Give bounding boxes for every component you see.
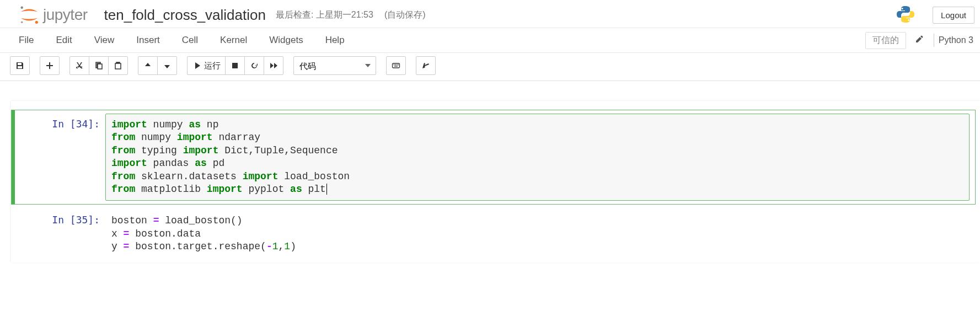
menu-help[interactable]: Help bbox=[314, 30, 356, 50]
run-label: 运行 bbox=[204, 61, 221, 71]
run-cell-button[interactable]: 运行 bbox=[187, 56, 226, 75]
restart-kernel-button[interactable] bbox=[244, 56, 264, 75]
toggle-toolbar-button[interactable] bbox=[416, 56, 436, 75]
code-cell[interactable]: In [34]: import numpy as np from numpy i… bbox=[11, 110, 976, 205]
menu-kernel[interactable]: Kernel bbox=[209, 30, 258, 50]
move-cell-up-button[interactable] bbox=[138, 56, 158, 75]
python-icon bbox=[896, 5, 915, 25]
menubar: File Edit View Insert Cell Kernel Widget… bbox=[0, 28, 980, 53]
code-input-area[interactable]: import numpy as np from numpy import nda… bbox=[105, 114, 970, 201]
menu-widgets[interactable]: Widgets bbox=[258, 30, 314, 50]
svg-point-1 bbox=[35, 21, 38, 24]
notebook-name[interactable]: ten_fold_cross_validation bbox=[104, 7, 266, 24]
input-prompt: In [34]: bbox=[12, 114, 105, 201]
menu-view[interactable]: View bbox=[83, 30, 126, 50]
svg-rect-5 bbox=[232, 63, 238, 68]
autosave-status: (自动保存) bbox=[384, 9, 426, 21]
logout-button[interactable]: Logout bbox=[933, 7, 974, 24]
jupyter-icon bbox=[19, 4, 40, 25]
svg-rect-11 bbox=[394, 66, 398, 67]
cell-type-select[interactable]: 代码 bbox=[293, 56, 376, 75]
code-cell[interactable]: In [35]: boston = load_boston() x = bost… bbox=[11, 206, 976, 262]
svg-point-3 bbox=[902, 8, 903, 9]
move-cell-down-button[interactable] bbox=[157, 56, 177, 75]
toolbar: 运行 代码 bbox=[0, 53, 980, 81]
code-content[interactable]: import numpy as np from numpy import nda… bbox=[111, 119, 963, 196]
svg-rect-10 bbox=[398, 65, 399, 65]
separator bbox=[934, 34, 934, 47]
svg-point-0 bbox=[20, 6, 23, 9]
notebook-container: In [34]: import numpy as np from numpy i… bbox=[0, 81, 980, 262]
code-content[interactable]: boston = load_boston() x = boston.data y… bbox=[111, 215, 963, 253]
interrupt-kernel-button[interactable] bbox=[225, 56, 245, 75]
jupyter-logo[interactable]: jupyter bbox=[19, 4, 88, 25]
svg-rect-6 bbox=[393, 63, 400, 68]
save-button[interactable] bbox=[10, 56, 30, 75]
svg-rect-8 bbox=[395, 65, 396, 65]
paste-cell-button[interactable] bbox=[108, 56, 128, 75]
menu-cell[interactable]: Cell bbox=[171, 30, 209, 50]
header: jupyter ten_fold_cross_validation 最后检查: … bbox=[0, 0, 980, 28]
trusted-indicator[interactable]: 可信的 bbox=[865, 32, 906, 49]
edit-metadata-button[interactable] bbox=[909, 31, 929, 50]
insert-cell-below-button[interactable] bbox=[40, 56, 60, 75]
copy-cell-button[interactable] bbox=[89, 56, 109, 75]
checkpoint-status: 最后检查: 上星期一21:53 bbox=[276, 9, 373, 21]
kernel-name[interactable]: Python 3 bbox=[939, 35, 977, 45]
restart-run-all-button[interactable] bbox=[264, 56, 283, 75]
command-palette-button[interactable] bbox=[386, 56, 406, 75]
svg-rect-9 bbox=[397, 65, 398, 65]
cut-cell-button[interactable] bbox=[69, 56, 89, 75]
code-input-area[interactable]: boston = load_boston() x = boston.data y… bbox=[105, 210, 970, 258]
input-prompt: In [35]: bbox=[12, 210, 105, 258]
svg-point-4 bbox=[908, 19, 910, 21]
menu-edit[interactable]: Edit bbox=[45, 30, 83, 50]
menu-insert[interactable]: Insert bbox=[125, 30, 171, 50]
svg-point-2 bbox=[21, 22, 23, 23]
svg-rect-7 bbox=[394, 65, 395, 65]
menu-file[interactable]: File bbox=[8, 30, 45, 50]
jupyter-wordmark: jupyter bbox=[43, 6, 88, 24]
